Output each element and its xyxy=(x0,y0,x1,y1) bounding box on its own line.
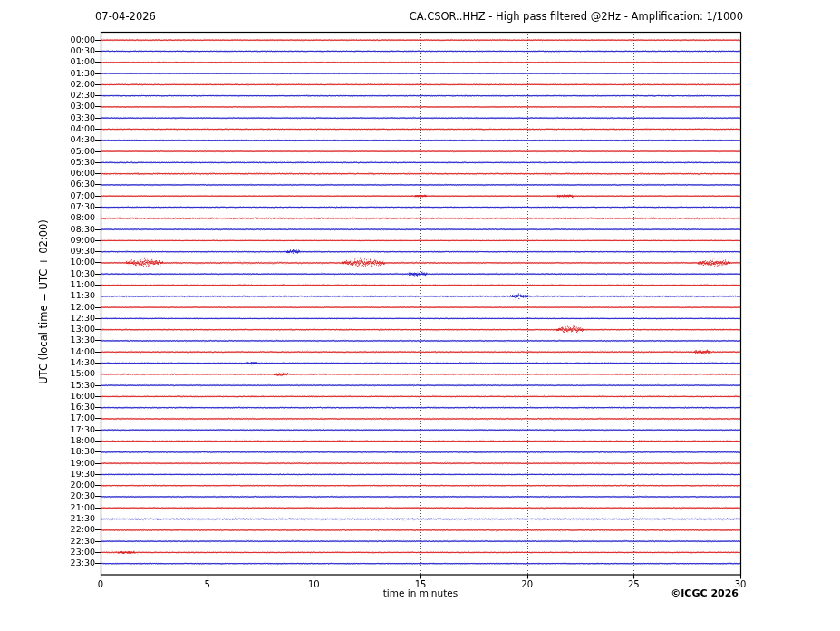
helicorder-figure: 07-04-2026 CA.CSOR..HHZ - High pass filt… xyxy=(0,0,840,631)
y-tick-label-21-30: 21:30 xyxy=(50,514,95,523)
y-tick-label-16-30: 16:30 xyxy=(50,403,95,412)
y-tick-label-08-30: 08:30 xyxy=(50,225,95,234)
y-tick-label-17-30: 17:30 xyxy=(50,425,95,434)
y-tick-label-08-00: 08:00 xyxy=(50,213,95,222)
y-tick-label-09-30: 09:30 xyxy=(50,247,95,256)
y-tick-label-02-00: 02:00 xyxy=(50,80,95,89)
x-tick-label-0: 0 xyxy=(87,579,114,589)
y-tick-label-01-00: 01:00 xyxy=(50,57,95,66)
y-tick-label-03-00: 03:00 xyxy=(50,102,95,111)
plot-title: CA.CSOR..HHZ - High pass filtered @2Hz -… xyxy=(0,10,743,23)
x-tick-label-30: 30 xyxy=(727,579,754,589)
y-tick-label-00-00: 00:00 xyxy=(50,35,95,44)
y-tick-label-02-30: 02:30 xyxy=(50,91,95,100)
y-tick-label-06-00: 06:00 xyxy=(50,169,95,178)
y-tick-label-18-00: 18:00 xyxy=(50,436,95,445)
y-tick-label-23-00: 23:00 xyxy=(50,548,95,557)
y-tick-label-07-30: 07:30 xyxy=(50,202,95,211)
y-tick-label-04-00: 04:00 xyxy=(50,124,95,133)
y-tick-label-12-30: 12:30 xyxy=(50,314,95,323)
y-axis-label: UTC (local time = UTC + 02:00) xyxy=(37,148,50,456)
y-tick-label-23-30: 23:30 xyxy=(50,558,95,568)
x-tick-label-20: 20 xyxy=(514,579,541,589)
y-tick-label-10-30: 10:30 xyxy=(50,269,95,278)
y-tick-label-14-30: 14:30 xyxy=(50,358,95,367)
y-tick-label-17-00: 17:00 xyxy=(50,413,95,422)
x-tick-label-10: 10 xyxy=(300,579,327,589)
y-tick-label-05-30: 05:30 xyxy=(50,158,95,167)
y-tick-label-20-30: 20:30 xyxy=(50,491,95,500)
y-tick-label-19-30: 19:30 xyxy=(50,470,95,479)
y-tick-label-22-30: 22:30 xyxy=(50,537,95,546)
y-tick-label-14-00: 14:00 xyxy=(50,347,95,356)
y-tick-label-16-00: 16:00 xyxy=(50,392,95,401)
y-tick-label-09-00: 09:00 xyxy=(50,236,95,245)
x-tick-label-25: 25 xyxy=(620,579,647,589)
y-tick-label-19-00: 19:00 xyxy=(50,459,95,468)
y-tick-label-21-00: 21:00 xyxy=(50,503,95,512)
y-tick-label-13-30: 13:30 xyxy=(50,335,95,345)
y-tick-label-00-30: 00:30 xyxy=(50,46,95,55)
y-tick-label-06-30: 06:30 xyxy=(50,180,95,189)
y-tick-label-03-30: 03:30 xyxy=(50,113,95,122)
y-tick-label-22-00: 22:00 xyxy=(50,525,95,534)
y-tick-label-13-00: 13:00 xyxy=(50,325,95,334)
y-tick-label-07-00: 07:00 xyxy=(50,191,95,200)
y-tick-label-15-00: 15:00 xyxy=(50,369,95,378)
y-tick-label-01-30: 01:30 xyxy=(50,69,95,78)
helicorder-canvas xyxy=(0,0,840,631)
y-tick-label-11-00: 11:00 xyxy=(50,280,95,289)
y-tick-label-12-00: 12:00 xyxy=(50,303,95,312)
y-tick-label-10-00: 10:00 xyxy=(50,257,95,267)
y-tick-label-04-30: 04:30 xyxy=(50,135,95,144)
y-tick-label-05-00: 05:00 xyxy=(50,147,95,156)
y-tick-label-18-30: 18:30 xyxy=(50,447,95,456)
x-tick-label-15: 15 xyxy=(407,579,434,589)
y-tick-label-20-00: 20:00 xyxy=(50,481,95,490)
x-tick-label-5: 5 xyxy=(194,579,221,589)
y-tick-label-15-30: 15:30 xyxy=(50,381,95,390)
y-tick-label-11-30: 11:30 xyxy=(50,291,95,300)
